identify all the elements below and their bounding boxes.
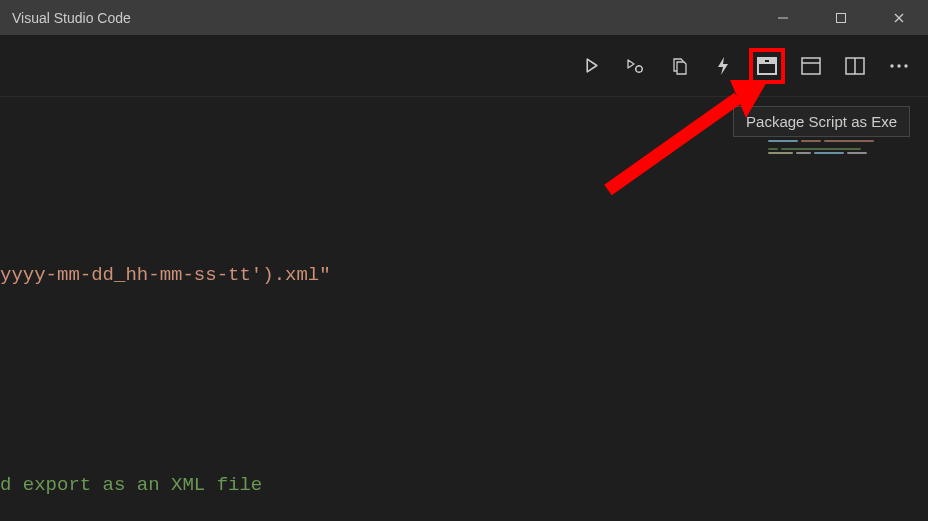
- split-editor-icon[interactable]: [842, 53, 868, 79]
- package-script-tooltip: Package Script as Exe: [733, 106, 910, 137]
- bolt-icon[interactable]: [710, 53, 736, 79]
- minimap[interactable]: [768, 140, 898, 190]
- svg-point-16: [890, 64, 893, 67]
- code-editor[interactable]: yyyy-mm-dd_hh-mm-ss-tt').xml" d export a…: [0, 170, 331, 521]
- svg-rect-11: [765, 60, 769, 62]
- maximize-button[interactable]: [812, 0, 870, 35]
- close-button[interactable]: [870, 0, 928, 35]
- package-script-icon[interactable]: [754, 53, 780, 79]
- svg-point-18: [904, 64, 907, 67]
- svg-point-17: [897, 64, 900, 67]
- code-token-string: yyyy-mm-dd_hh-mm-ss-tt').xml": [0, 264, 331, 286]
- settings-run-icon[interactable]: [622, 53, 648, 79]
- code-line: d export as an XML file: [0, 464, 331, 506]
- window-controls: [754, 0, 928, 35]
- svg-rect-1: [837, 13, 846, 22]
- minimize-button[interactable]: [754, 0, 812, 35]
- svg-line-19: [608, 98, 738, 190]
- title-bar: Visual Studio Code: [0, 0, 928, 35]
- window-panel-icon[interactable]: [798, 53, 824, 79]
- copy-file-icon[interactable]: [666, 53, 692, 79]
- svg-point-4: [636, 65, 642, 71]
- editor-toolbar: [0, 35, 928, 97]
- code-line: yyyy-mm-dd_hh-mm-ss-tt').xml": [0, 254, 331, 296]
- window-title: Visual Studio Code: [12, 10, 131, 26]
- code-token-comment: d export as an XML file: [0, 474, 262, 496]
- more-actions-icon[interactable]: [886, 53, 912, 79]
- svg-rect-12: [802, 58, 820, 74]
- run-icon[interactable]: [578, 53, 604, 79]
- annotation-arrow: [598, 80, 768, 200]
